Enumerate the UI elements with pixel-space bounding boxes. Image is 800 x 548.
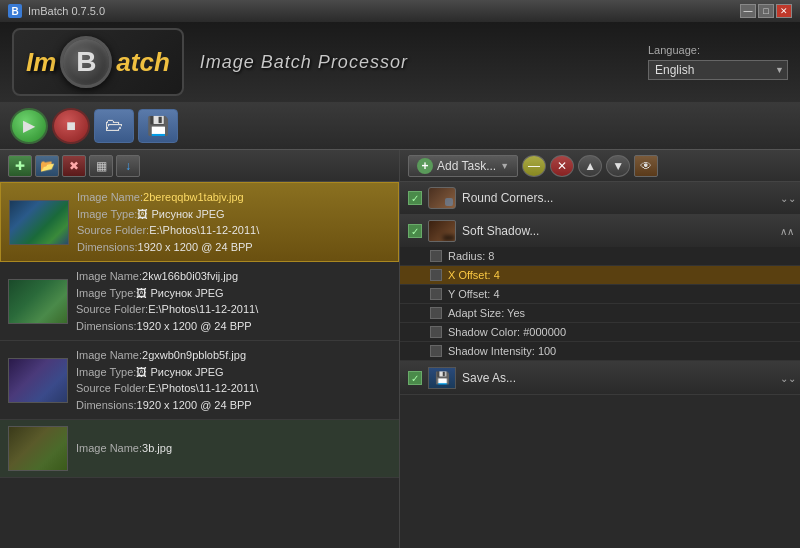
folder-label: Source Folder: <box>76 380 148 397</box>
select-all-button[interactable]: ▦ <box>89 155 113 177</box>
name-value: 3b.jpg <box>142 440 172 457</box>
import-button[interactable]: ↓ <box>116 155 140 177</box>
type-value: 🖼 Рисунок JPEG <box>137 206 224 223</box>
task-thumbnail-save-as: 💾 <box>428 367 456 389</box>
add-folder-button[interactable]: 📂 <box>35 155 59 177</box>
task-remove-button[interactable]: ✕ <box>550 155 574 177</box>
image-info: Image Name: 2bereqqbw1tabjv.jpg Image Ty… <box>77 189 390 255</box>
task-collapse-icon-soft-shadow[interactable]: ∧∧ <box>780 226 792 237</box>
add-task-button[interactable]: + Add Task... ▼ <box>408 155 518 177</box>
task-detail-xoffset: X Offset: 4 <box>400 266 800 285</box>
folder-label: Source Folder: <box>77 222 149 239</box>
language-select-wrapper[interactable]: English Russian German French <box>648 60 788 80</box>
title-bar-left: B ImBatch 0.7.5.0 <box>8 4 105 18</box>
type-value: 🖼 Рисунок JPEG <box>136 285 223 302</box>
folder-label: Source Folder: <box>76 301 148 318</box>
detail-checkbox-radius[interactable] <box>430 250 442 262</box>
task-name-save-as: Save As... <box>462 371 774 385</box>
detail-label-shadowintensity: Shadow Intensity: 100 <box>448 345 556 357</box>
name-label: Image Name: <box>76 440 142 457</box>
detail-label-radius: Radius: 8 <box>448 250 494 262</box>
folder-value: E:\Photos\11-12-2011\ <box>148 301 258 318</box>
task-detail-shadowcolor: Shadow Color: #000000 <box>400 323 800 342</box>
detail-checkbox-shadowintensity[interactable] <box>430 345 442 357</box>
name-label: Image Name: <box>77 189 143 206</box>
open-folder-button[interactable]: 🗁 <box>94 109 134 143</box>
detail-label-xoffset: X Offset: 4 <box>448 269 500 281</box>
task-preview-button[interactable]: 👁 <box>634 155 658 177</box>
image-item[interactable]: Image Name: 3b.jpg <box>0 420 399 478</box>
task-name-round-corners: Round Corners... <box>462 191 774 205</box>
add-task-plus-icon: + <box>417 158 433 174</box>
task-detail-adaptsize: Adapt Size: Yes <box>400 304 800 323</box>
remove-image-button[interactable]: ✖ <box>62 155 86 177</box>
maximize-button[interactable]: □ <box>758 4 774 18</box>
title-bar: B ImBatch 0.7.5.0 — □ ✕ <box>0 0 800 22</box>
title-bar-controls[interactable]: — □ ✕ <box>740 4 792 18</box>
task-header-round-corners[interactable]: ✓ Round Corners... ⌄⌄ <box>400 182 800 214</box>
logo-box: Im B atch <box>12 28 184 96</box>
task-collapse-icon-save-as[interactable]: ⌄⌄ <box>780 373 792 384</box>
language-select[interactable]: English Russian German French <box>648 60 788 80</box>
stop-button[interactable]: ■ <box>52 108 90 144</box>
image-thumbnail <box>9 200 69 245</box>
add-task-label: Add Task... <box>437 159 496 173</box>
image-info: Image Name: 2gxwb0n9pblob5f.jpg Image Ty… <box>76 347 391 413</box>
task-minus-button[interactable]: — <box>522 155 546 177</box>
name-label: Image Name: <box>76 347 142 364</box>
task-detail-shadowintensity: Shadow Intensity: 100 <box>400 342 800 361</box>
image-info: Image Name: 2kw166b0i03fvij.jpg Image Ty… <box>76 268 391 334</box>
right-panel: + Add Task... ▼ — ✕ ▲ ▼ 👁 ✓ Round Corner… <box>400 150 800 548</box>
task-collapse-icon-round-corners[interactable]: ⌄⌄ <box>780 193 792 204</box>
folder-value: E:\Photos\11-12-2011\ <box>148 380 258 397</box>
image-item[interactable]: Image Name: 2gxwb0n9pblob5f.jpg Image Ty… <box>0 341 399 420</box>
dim-label: Dimensions: <box>76 318 137 335</box>
detail-checkbox-yoffset[interactable] <box>430 288 442 300</box>
task-list: ✓ Round Corners... ⌄⌄ ✓ Soft Shadow... ∧… <box>400 182 800 548</box>
play-button[interactable]: ▶ <box>10 108 48 144</box>
task-name-soft-shadow: Soft Shadow... <box>462 224 774 238</box>
image-item[interactable]: Image Name: 2bereqqbw1tabjv.jpg Image Ty… <box>0 182 399 262</box>
task-checkbox-soft-shadow[interactable]: ✓ <box>408 224 422 238</box>
close-button[interactable]: ✕ <box>776 4 792 18</box>
detail-label-shadowcolor: Shadow Color: #000000 <box>448 326 566 338</box>
task-checkbox-save-as[interactable]: ✓ <box>408 371 422 385</box>
image-item[interactable]: Image Name: 2kw166b0i03fvij.jpg Image Ty… <box>0 262 399 341</box>
dim-label: Dimensions: <box>76 397 137 414</box>
add-task-dropdown-icon: ▼ <box>500 161 509 171</box>
dim-value: 1920 x 1200 @ 24 BPP <box>137 318 252 335</box>
detail-label-yoffset: Y Offset: 4 <box>448 288 500 300</box>
task-checkbox-round-corners[interactable]: ✓ <box>408 191 422 205</box>
image-thumbnail <box>8 279 68 324</box>
logo-im: Im <box>26 47 56 78</box>
image-info: Image Name: 3b.jpg <box>76 440 391 457</box>
app-icon: B <box>8 4 22 18</box>
task-thumbnail-round-corners <box>428 187 456 209</box>
type-label: Image Type: <box>76 364 136 381</box>
name-value: 2kw166b0i03fvij.jpg <box>142 268 238 285</box>
task-header-save-as[interactable]: ✓ 💾 Save As... ⌄⌄ <box>400 362 800 394</box>
name-value: 2bereqqbw1tabjv.jpg <box>143 189 244 206</box>
logo-atch: atch <box>116 47 169 78</box>
dim-label: Dimensions: <box>77 239 138 256</box>
save-button[interactable]: 💾 <box>138 109 178 143</box>
task-down-button[interactable]: ▼ <box>606 155 630 177</box>
main-content: ✚ 📂 ✖ ▦ ↓ Image Name: 2bereqqbw1tabjv.jp… <box>0 150 800 548</box>
detail-label-adaptsize: Adapt Size: Yes <box>448 307 525 319</box>
detail-checkbox-adaptsize[interactable] <box>430 307 442 319</box>
type-label: Image Type: <box>76 285 136 302</box>
task-group-save-as: ✓ 💾 Save As... ⌄⌄ <box>400 362 800 395</box>
detail-checkbox-xoffset[interactable] <box>430 269 442 281</box>
task-header-soft-shadow[interactable]: ✓ Soft Shadow... ∧∧ <box>400 215 800 247</box>
image-toolbar: ✚ 📂 ✖ ▦ ↓ <box>0 150 399 182</box>
image-thumbnail <box>8 358 68 403</box>
add-image-button[interactable]: ✚ <box>8 155 32 177</box>
app-title: ImBatch 0.7.5.0 <box>28 5 105 17</box>
type-value: 🖼 Рисунок JPEG <box>136 364 223 381</box>
task-up-button[interactable]: ▲ <box>578 155 602 177</box>
tasks-toolbar: + Add Task... ▼ — ✕ ▲ ▼ 👁 <box>400 150 800 182</box>
image-list: Image Name: 2bereqqbw1tabjv.jpg Image Ty… <box>0 182 399 548</box>
minimize-button[interactable]: — <box>740 4 756 18</box>
image-thumbnail <box>8 426 68 471</box>
detail-checkbox-shadowcolor[interactable] <box>430 326 442 338</box>
